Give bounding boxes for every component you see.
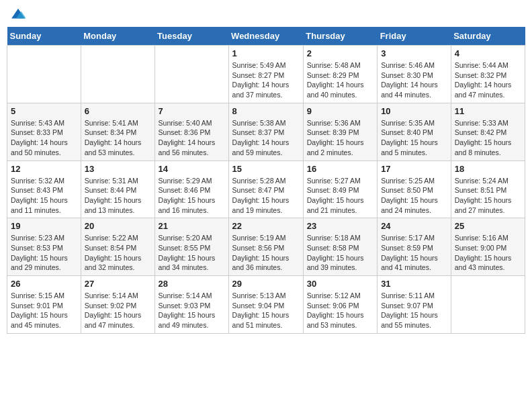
day-cell: 26Sunrise: 5:15 AM Sunset: 9:01 PM Dayli… [7, 276, 81, 334]
day-number: 29 [232, 279, 300, 289]
day-number: 18 [455, 164, 521, 174]
day-number: 17 [381, 164, 447, 174]
day-number: 9 [307, 106, 373, 116]
day-number: 21 [159, 221, 225, 231]
day-cell: 20Sunrise: 5:22 AM Sunset: 8:54 PM Dayli… [81, 218, 154, 276]
day-cell: 9Sunrise: 5:36 AM Sunset: 8:39 PM Daylig… [303, 103, 377, 161]
day-info: Sunrise: 5:22 AM Sunset: 8:54 PM Dayligh… [85, 233, 151, 273]
day-cell: 28Sunrise: 5:14 AM Sunset: 9:03 PM Dayli… [154, 276, 228, 334]
day-header-monday: Monday [81, 27, 154, 46]
day-number: 16 [307, 164, 373, 174]
week-row-3: 12Sunrise: 5:32 AM Sunset: 8:43 PM Dayli… [7, 161, 525, 218]
day-number: 8 [232, 106, 300, 116]
day-info: Sunrise: 5:28 AM Sunset: 8:47 PM Dayligh… [232, 176, 300, 216]
day-cell: 5Sunrise: 5:43 AM Sunset: 8:33 PM Daylig… [7, 103, 81, 161]
day-number: 23 [307, 221, 373, 231]
day-number: 22 [232, 221, 300, 231]
day-cell: 31Sunrise: 5:11 AM Sunset: 9:07 PM Dayli… [378, 276, 451, 334]
day-cell: 7Sunrise: 5:40 AM Sunset: 8:36 PM Daylig… [154, 103, 228, 161]
day-cell: 16Sunrise: 5:27 AM Sunset: 8:49 PM Dayli… [303, 161, 377, 218]
day-number: 5 [11, 106, 77, 116]
day-info: Sunrise: 5:36 AM Sunset: 8:39 PM Dayligh… [307, 118, 373, 158]
day-info: Sunrise: 5:14 AM Sunset: 9:02 PM Dayligh… [85, 291, 151, 330]
day-number: 11 [455, 106, 521, 116]
week-row-5: 26Sunrise: 5:15 AM Sunset: 9:01 PM Dayli… [7, 276, 525, 334]
week-row-1: 1Sunrise: 5:49 AM Sunset: 8:27 PM Daylig… [7, 46, 525, 103]
day-info: Sunrise: 5:13 AM Sunset: 9:04 PM Dayligh… [232, 291, 300, 330]
day-info: Sunrise: 5:29 AM Sunset: 8:46 PM Dayligh… [159, 176, 225, 216]
day-header-tuesday: Tuesday [154, 27, 228, 46]
day-info: Sunrise: 5:49 AM Sunset: 8:27 PM Dayligh… [232, 60, 300, 100]
day-number: 30 [307, 279, 373, 289]
day-cell: 17Sunrise: 5:25 AM Sunset: 8:50 PM Dayli… [378, 161, 451, 218]
day-info: Sunrise: 5:19 AM Sunset: 8:56 PM Dayligh… [232, 233, 300, 273]
day-cell [7, 46, 81, 103]
day-info: Sunrise: 5:18 AM Sunset: 8:58 PM Dayligh… [307, 233, 373, 273]
day-cell: 24Sunrise: 5:17 AM Sunset: 8:59 PM Dayli… [378, 218, 451, 276]
week-row-2: 5Sunrise: 5:43 AM Sunset: 8:33 PM Daylig… [7, 103, 525, 161]
day-cell: 14Sunrise: 5:29 AM Sunset: 8:46 PM Dayli… [154, 161, 228, 218]
day-cell: 10Sunrise: 5:35 AM Sunset: 8:40 PM Dayli… [378, 103, 451, 161]
day-number: 3 [381, 48, 447, 58]
day-cell: 13Sunrise: 5:31 AM Sunset: 8:44 PM Dayli… [81, 161, 154, 218]
day-header-friday: Friday [378, 27, 451, 46]
day-info: Sunrise: 5:44 AM Sunset: 8:32 PM Dayligh… [455, 60, 521, 100]
logo [9, 7, 26, 21]
day-info: Sunrise: 5:48 AM Sunset: 8:29 PM Dayligh… [307, 60, 373, 100]
day-info: Sunrise: 5:25 AM Sunset: 8:50 PM Dayligh… [381, 176, 447, 216]
day-info: Sunrise: 5:33 AM Sunset: 8:42 PM Dayligh… [455, 118, 521, 158]
day-info: Sunrise: 5:15 AM Sunset: 9:01 PM Dayligh… [11, 291, 77, 330]
day-info: Sunrise: 5:14 AM Sunset: 9:03 PM Dayligh… [159, 291, 225, 330]
day-number: 20 [85, 221, 151, 231]
day-cell: 1Sunrise: 5:49 AM Sunset: 8:27 PM Daylig… [228, 46, 303, 103]
day-cell: 18Sunrise: 5:24 AM Sunset: 8:51 PM Dayli… [451, 161, 525, 218]
day-info: Sunrise: 5:17 AM Sunset: 8:59 PM Dayligh… [381, 233, 447, 273]
day-info: Sunrise: 5:40 AM Sunset: 8:36 PM Dayligh… [159, 118, 225, 158]
day-cell: 22Sunrise: 5:19 AM Sunset: 8:56 PM Dayli… [228, 218, 303, 276]
day-number: 14 [159, 164, 225, 174]
day-number: 2 [307, 48, 373, 58]
week-row-4: 19Sunrise: 5:23 AM Sunset: 8:53 PM Dayli… [7, 218, 525, 276]
day-cell: 25Sunrise: 5:16 AM Sunset: 9:00 PM Dayli… [451, 218, 525, 276]
day-number: 15 [232, 164, 300, 174]
day-info: Sunrise: 5:20 AM Sunset: 8:55 PM Dayligh… [159, 233, 225, 273]
day-cell: 21Sunrise: 5:20 AM Sunset: 8:55 PM Dayli… [154, 218, 228, 276]
day-number: 4 [455, 48, 521, 58]
day-info: Sunrise: 5:16 AM Sunset: 9:00 PM Dayligh… [455, 233, 521, 273]
day-info: Sunrise: 5:12 AM Sunset: 9:06 PM Dayligh… [307, 291, 373, 330]
day-info: Sunrise: 5:41 AM Sunset: 8:34 PM Dayligh… [85, 118, 151, 158]
day-number: 31 [381, 279, 447, 289]
day-cell: 30Sunrise: 5:12 AM Sunset: 9:06 PM Dayli… [303, 276, 377, 334]
day-cell: 23Sunrise: 5:18 AM Sunset: 8:58 PM Dayli… [303, 218, 377, 276]
day-number: 1 [232, 48, 300, 58]
day-cell: 12Sunrise: 5:32 AM Sunset: 8:43 PM Dayli… [7, 161, 81, 218]
day-header-sunday: Sunday [7, 27, 81, 46]
day-info: Sunrise: 5:32 AM Sunset: 8:43 PM Dayligh… [11, 176, 77, 216]
day-number: 25 [455, 221, 521, 231]
day-cell [451, 276, 525, 334]
day-number: 7 [159, 106, 225, 116]
day-number: 24 [381, 221, 447, 231]
header [7, 7, 525, 21]
day-header-thursday: Thursday [303, 27, 377, 46]
day-info: Sunrise: 5:43 AM Sunset: 8:33 PM Dayligh… [11, 118, 77, 158]
day-info: Sunrise: 5:38 AM Sunset: 8:37 PM Dayligh… [232, 118, 300, 158]
day-cell: 8Sunrise: 5:38 AM Sunset: 8:37 PM Daylig… [228, 103, 303, 161]
day-cell: 29Sunrise: 5:13 AM Sunset: 9:04 PM Dayli… [228, 276, 303, 334]
day-number: 28 [159, 279, 225, 289]
day-number: 6 [85, 106, 151, 116]
day-number: 27 [85, 279, 151, 289]
day-header-wednesday: Wednesday [228, 27, 303, 46]
day-cell: 19Sunrise: 5:23 AM Sunset: 8:53 PM Dayli… [7, 218, 81, 276]
day-info: Sunrise: 5:11 AM Sunset: 9:07 PM Dayligh… [381, 291, 447, 330]
logo-icon [11, 7, 26, 21]
day-cell [81, 46, 154, 103]
day-cell: 3Sunrise: 5:46 AM Sunset: 8:30 PM Daylig… [378, 46, 451, 103]
day-cell: 2Sunrise: 5:48 AM Sunset: 8:29 PM Daylig… [303, 46, 377, 103]
day-number: 19 [11, 221, 77, 231]
day-cell [154, 46, 228, 103]
day-cell: 27Sunrise: 5:14 AM Sunset: 9:02 PM Dayli… [81, 276, 154, 334]
day-info: Sunrise: 5:24 AM Sunset: 8:51 PM Dayligh… [455, 176, 521, 216]
day-number: 10 [381, 106, 447, 116]
day-number: 26 [11, 279, 77, 289]
